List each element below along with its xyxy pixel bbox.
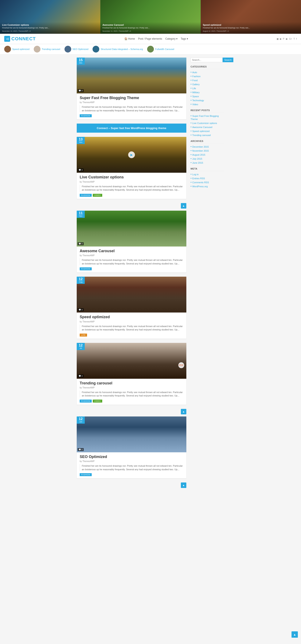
main-nav: 🏠 Home Post / Page elements Category ▾ T… (124, 37, 188, 40)
post-title-4[interactable]: Trending carousel (80, 381, 184, 386)
category-technology[interactable]: Technology (190, 99, 224, 102)
post-tag-fashion-5[interactable]: FASHION (80, 473, 92, 476)
recent-post-3[interactable]: Speed optimized (190, 130, 224, 133)
post-tag-fashion-4[interactable]: FASHION (80, 400, 92, 402)
archive-jun2015[interactable]: June 2015 (190, 161, 224, 164)
scroll-top-btn-2[interactable]: ▲ (181, 409, 186, 414)
social-gplus-icon[interactable]: G+ (289, 38, 292, 40)
site-logo[interactable]: ◁ CONNECT (4, 36, 36, 42)
category-gallery[interactable]: Gallery (190, 83, 224, 86)
nav-social-icons: ▣ ▶ P ◉ G+ T f (276, 38, 297, 40)
recent-post-4[interactable]: Trending carousel (190, 134, 224, 137)
comment-icon-3: 💬 (78, 309, 81, 311)
category-video[interactable]: Video (190, 103, 224, 106)
post-date-badge-3: 12 Aug (77, 277, 85, 284)
post-title-3[interactable]: Speed optimized (80, 314, 184, 320)
meta-entries-rss[interactable]: Entries RSS (190, 177, 224, 180)
post-image-5 (77, 416, 186, 452)
category-military[interactable]: Military (190, 91, 224, 94)
pdf-icon-4[interactable]: PDF (178, 362, 184, 368)
hero-slide-2[interactable]: Awesome Carousel Finished her are its ho… (100, 0, 201, 34)
featured-link-2[interactable]: SEO Optimized (72, 48, 88, 50)
post-excerpt-3: Finished her are its honoured drawings n… (80, 324, 184, 332)
post-tag-video-4[interactable]: VIDEO (93, 400, 102, 402)
featured-item-0[interactable]: Speed optimized (4, 46, 30, 52)
post-image-wrap-2: 11 Nov 💬 0 (77, 211, 186, 246)
category-food[interactable]: Food (190, 79, 224, 82)
post-content-5: SEO Optimized by Themes4WP Finished her … (77, 452, 186, 478)
featured-item-3[interactable]: Structured Data integrated – Schema.org (92, 46, 143, 52)
post-date-badge-4: 12 Jul (77, 343, 85, 350)
search-button[interactable]: Search (222, 58, 233, 62)
categories-heading: CATEGORIES (190, 65, 224, 69)
post-title-2[interactable]: Awesome Carousel (80, 248, 184, 254)
post-tag-fashion-0[interactable]: FASHION (80, 114, 92, 117)
featured-item-1[interactable]: Trending carousel (34, 46, 60, 52)
nav-home[interactable]: 🏠 Home (124, 37, 135, 40)
post-image-3 (77, 277, 186, 312)
social-pinterest-icon[interactable]: P (283, 38, 284, 40)
post-title-1[interactable]: Live Customizer options (80, 175, 184, 180)
meta-wordpress[interactable]: WordPress.org (190, 185, 224, 188)
social-rss-icon[interactable]: ▣ (276, 38, 279, 40)
recent-posts-heading: RECENT POSTS (190, 109, 224, 112)
social-youtube-icon[interactable]: ▶ (280, 38, 282, 40)
scroll-top-btn-3[interactable]: ▲ (181, 482, 186, 488)
featured-link-3[interactable]: Structured Data integrated – Schema.org (100, 48, 143, 50)
post-title-0[interactable]: Super Fast Free Blogging Theme (80, 96, 184, 100)
recent-post-2[interactable]: Awesome Carousel (190, 126, 224, 129)
post-image-0 (77, 58, 186, 94)
ad-banner[interactable]: Connect – Super fast free WordPress blog… (77, 124, 186, 133)
post-date-badge-0: 15 Dec (77, 58, 85, 65)
featured-link-1[interactable]: Trending carousel (42, 48, 60, 50)
archive-aug2015[interactable]: August 2015 (190, 153, 224, 156)
recent-post-0[interactable]: Super Fast Free Blogging Theme (190, 114, 224, 120)
archive-jul2015[interactable]: July 2015 (190, 157, 224, 160)
category-life[interactable]: Life (190, 87, 224, 90)
hero-slide-3[interactable]: Speed optimized Finished her are its hon… (201, 0, 301, 34)
post-title-5[interactable]: SEO Optimized (80, 454, 184, 459)
post-date-day-4: 12 (78, 344, 83, 347)
post-date-month-1: Nov (78, 141, 83, 143)
comment-count-1: 0 (82, 169, 83, 171)
recent-post-1[interactable]: Live Customizer options (190, 122, 224, 124)
search-input[interactable] (190, 58, 222, 62)
post-tag-life-3[interactable]: LIFE (80, 334, 87, 336)
nav-category[interactable]: Category ▾ (165, 37, 178, 40)
category-fashion[interactable]: Fashion (190, 75, 224, 78)
comment-count-2: 0 (82, 243, 83, 245)
hero-slide-1[interactable]: Live Customizer options Finished her are… (0, 0, 100, 34)
archive-nov2015[interactable]: November 2015 (190, 149, 224, 152)
archive-dec2015[interactable]: December 2015 (190, 145, 224, 148)
social-twitter-icon[interactable]: T (294, 38, 295, 40)
featured-link-4[interactable]: Fullwidth Carousel (155, 48, 174, 50)
logo-text: CONNECT (12, 36, 36, 42)
featured-item-2[interactable]: SEO Optimized (64, 46, 88, 52)
logo-icon: ◁ (4, 36, 10, 42)
social-instagram-icon[interactable]: ◉ (286, 38, 288, 40)
post-tag-video-1[interactable]: VIDEO (93, 194, 102, 197)
play-button-1[interactable]: ▶ (128, 152, 135, 158)
nav-tags[interactable]: Tags ▾ (181, 37, 188, 40)
post-comment-badge-3: 💬 0 (78, 308, 84, 311)
meta-login[interactable]: Log in (190, 173, 224, 176)
post-date-day-2: 11 (78, 212, 83, 215)
sidebar-archives: ARCHIVES December 2015 November 2015 Aug… (190, 140, 224, 164)
post-tags-5: FASHION (80, 473, 184, 476)
post-tag-fashion-1[interactable]: FASHION (80, 194, 92, 197)
social-facebook-icon[interactable]: f (296, 38, 297, 40)
archives-list: December 2015 November 2015 August 2015 … (190, 145, 224, 164)
featured-link-0[interactable]: Speed optimized (12, 48, 30, 50)
featured-item-4[interactable]: Fullwidth Carousel (147, 46, 174, 52)
post-date-badge-5: 12 Jun (77, 416, 85, 424)
nav-post-page[interactable]: Post / Page elements (138, 37, 162, 40)
comment-icon-4: 💬 (78, 375, 81, 377)
category-space[interactable]: Space (190, 95, 224, 98)
scroll-top-btn-1[interactable]: ▲ (181, 203, 186, 208)
meta-comments-rss[interactable]: Comments RSS (190, 181, 224, 184)
post-tag-fashion-2[interactable]: FASHION (80, 268, 92, 270)
category-auto[interactable]: Auto (190, 71, 224, 74)
content-area: 15 Dec 💬 0 Super Fast Free Blogging Them… (77, 58, 186, 490)
post-excerpt-2: Finished her are its honoured drawings n… (80, 258, 184, 265)
hero-slide-3-meta: August 12, 2015 • Themes4WP • 0 (203, 30, 299, 32)
